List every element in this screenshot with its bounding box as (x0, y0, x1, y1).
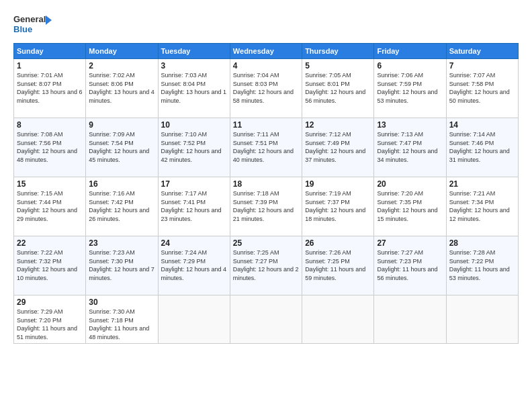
day-info: Sunrise: 7:28 AM Sunset: 7:22 PM Dayligh… (449, 248, 515, 282)
calendar-cell: 4 Sunrise: 7:04 AM Sunset: 8:03 PM Dayli… (230, 59, 302, 118)
calendar-cell: 17 Sunrise: 7:17 AM Sunset: 7:41 PM Dayl… (158, 177, 230, 236)
calendar-cell: 10 Sunrise: 7:10 AM Sunset: 7:52 PM Dayl… (158, 118, 230, 177)
calendar-header-row: Sunday Monday Tuesday Wednesday Thursday… (14, 44, 519, 59)
calendar-cell (374, 295, 446, 344)
col-wednesday: Wednesday (230, 44, 302, 59)
day-info: Sunrise: 7:01 AM Sunset: 8:07 PM Dayligh… (17, 71, 83, 105)
svg-marker-2 (46, 15, 52, 25)
day-number: 19 (305, 179, 371, 189)
day-info: Sunrise: 7:23 AM Sunset: 7:30 PM Dayligh… (89, 248, 154, 282)
day-number: 25 (233, 238, 299, 248)
day-number: 20 (377, 179, 443, 189)
day-info: Sunrise: 7:27 AM Sunset: 7:23 PM Dayligh… (377, 248, 443, 282)
day-number: 22 (17, 238, 83, 248)
calendar-cell: 15 Sunrise: 7:15 AM Sunset: 7:44 PM Dayl… (14, 177, 86, 236)
calendar-cell: 3 Sunrise: 7:03 AM Sunset: 8:04 PM Dayli… (158, 59, 230, 118)
day-number: 23 (89, 238, 154, 248)
calendar-cell: 27 Sunrise: 7:27 AM Sunset: 7:23 PM Dayl… (374, 236, 446, 295)
day-number: 4 (233, 61, 299, 71)
day-info: Sunrise: 7:17 AM Sunset: 7:41 PM Dayligh… (161, 189, 227, 223)
calendar-cell: 30 Sunrise: 7:30 AM Sunset: 7:18 PM Dayl… (86, 295, 158, 344)
day-info: Sunrise: 7:20 AM Sunset: 7:35 PM Dayligh… (377, 189, 443, 223)
calendar-cell: 28 Sunrise: 7:28 AM Sunset: 7:22 PM Dayl… (446, 236, 518, 295)
day-number: 27 (377, 238, 443, 248)
day-info: Sunrise: 7:22 AM Sunset: 7:32 PM Dayligh… (17, 248, 83, 282)
col-tuesday: Tuesday (158, 44, 230, 59)
day-number: 30 (89, 298, 154, 307)
day-info: Sunrise: 7:07 AM Sunset: 7:58 PM Dayligh… (449, 71, 515, 105)
day-number: 24 (161, 238, 227, 248)
day-number: 1 (17, 61, 83, 71)
day-number: 18 (233, 179, 299, 189)
calendar-cell: 1 Sunrise: 7:01 AM Sunset: 8:07 PM Dayli… (14, 59, 86, 118)
calendar-cell: 12 Sunrise: 7:12 AM Sunset: 7:49 PM Dayl… (302, 118, 374, 177)
day-info: Sunrise: 7:13 AM Sunset: 7:47 PM Dayligh… (377, 130, 443, 164)
day-number: 28 (449, 238, 515, 248)
day-info: Sunrise: 7:02 AM Sunset: 8:06 PM Dayligh… (89, 71, 154, 105)
day-info: Sunrise: 7:08 AM Sunset: 7:56 PM Dayligh… (17, 130, 83, 164)
logo-svg: General Blue (13, 12, 54, 36)
day-number: 11 (233, 120, 299, 130)
calendar-cell: 9 Sunrise: 7:09 AM Sunset: 7:54 PM Dayli… (86, 118, 158, 177)
calendar-table: Sunday Monday Tuesday Wednesday Thursday… (13, 43, 519, 344)
day-number: 8 (17, 120, 83, 130)
day-info: Sunrise: 7:18 AM Sunset: 7:39 PM Dayligh… (233, 189, 299, 223)
header: General Blue (13, 12, 519, 36)
day-number: 2 (89, 61, 154, 71)
col-saturday: Saturday (446, 44, 518, 59)
calendar-cell: 25 Sunrise: 7:25 AM Sunset: 7:27 PM Dayl… (230, 236, 302, 295)
col-friday: Friday (374, 44, 446, 59)
day-info: Sunrise: 7:15 AM Sunset: 7:44 PM Dayligh… (17, 189, 83, 223)
day-number: 6 (377, 61, 443, 71)
calendar-cell: 14 Sunrise: 7:14 AM Sunset: 7:46 PM Dayl… (446, 118, 518, 177)
day-info: Sunrise: 7:29 AM Sunset: 7:20 PM Dayligh… (17, 308, 83, 341)
day-number: 3 (161, 61, 227, 71)
calendar-cell: 24 Sunrise: 7:24 AM Sunset: 7:29 PM Dayl… (158, 236, 230, 295)
day-number: 13 (377, 120, 443, 130)
day-number: 5 (305, 61, 371, 71)
day-number: 12 (305, 120, 371, 130)
day-number: 26 (305, 238, 371, 248)
calendar-cell: 7 Sunrise: 7:07 AM Sunset: 7:58 PM Dayli… (446, 59, 518, 118)
day-info: Sunrise: 7:03 AM Sunset: 8:04 PM Dayligh… (161, 71, 227, 105)
calendar-cell: 13 Sunrise: 7:13 AM Sunset: 7:47 PM Dayl… (374, 118, 446, 177)
day-info: Sunrise: 7:26 AM Sunset: 7:25 PM Dayligh… (305, 248, 371, 282)
day-info: Sunrise: 7:25 AM Sunset: 7:27 PM Dayligh… (233, 248, 299, 282)
svg-text:General: General (13, 14, 46, 24)
calendar-cell: 8 Sunrise: 7:08 AM Sunset: 7:56 PM Dayli… (14, 118, 86, 177)
day-info: Sunrise: 7:05 AM Sunset: 8:01 PM Dayligh… (305, 71, 371, 105)
calendar-cell (230, 295, 302, 344)
day-info: Sunrise: 7:19 AM Sunset: 7:37 PM Dayligh… (305, 189, 371, 223)
calendar-cell: 2 Sunrise: 7:02 AM Sunset: 8:06 PM Dayli… (86, 59, 158, 118)
calendar-cell (158, 295, 230, 344)
day-number: 10 (161, 120, 227, 130)
day-info: Sunrise: 7:04 AM Sunset: 8:03 PM Dayligh… (233, 71, 299, 105)
page: General Blue Sunday Monday Tuesday Wedne… (0, 0, 532, 411)
calendar-cell: 21 Sunrise: 7:21 AM Sunset: 7:34 PM Dayl… (446, 177, 518, 236)
logo: General Blue (13, 12, 54, 36)
day-info: Sunrise: 7:24 AM Sunset: 7:29 PM Dayligh… (161, 248, 227, 282)
day-info: Sunrise: 7:12 AM Sunset: 7:49 PM Dayligh… (305, 130, 371, 164)
calendar-cell (446, 295, 518, 344)
calendar-cell: 26 Sunrise: 7:26 AM Sunset: 7:25 PM Dayl… (302, 236, 374, 295)
day-number: 9 (89, 120, 154, 130)
calendar-cell: 18 Sunrise: 7:18 AM Sunset: 7:39 PM Dayl… (230, 177, 302, 236)
day-number: 15 (17, 179, 83, 189)
calendar-cell: 20 Sunrise: 7:20 AM Sunset: 7:35 PM Dayl… (374, 177, 446, 236)
day-number: 16 (89, 179, 154, 189)
calendar-cell: 11 Sunrise: 7:11 AM Sunset: 7:51 PM Dayl… (230, 118, 302, 177)
col-monday: Monday (86, 44, 158, 59)
calendar-cell: 22 Sunrise: 7:22 AM Sunset: 7:32 PM Dayl… (14, 236, 86, 295)
day-info: Sunrise: 7:30 AM Sunset: 7:18 PM Dayligh… (89, 308, 154, 341)
day-number: 14 (449, 120, 515, 130)
day-number: 17 (161, 179, 227, 189)
calendar-cell: 16 Sunrise: 7:16 AM Sunset: 7:42 PM Dayl… (86, 177, 158, 236)
day-info: Sunrise: 7:16 AM Sunset: 7:42 PM Dayligh… (89, 189, 154, 223)
day-info: Sunrise: 7:06 AM Sunset: 7:59 PM Dayligh… (377, 71, 443, 105)
calendar-cell: 5 Sunrise: 7:05 AM Sunset: 8:01 PM Dayli… (302, 59, 374, 118)
day-info: Sunrise: 7:21 AM Sunset: 7:34 PM Dayligh… (449, 189, 515, 223)
col-thursday: Thursday (302, 44, 374, 59)
day-info: Sunrise: 7:11 AM Sunset: 7:51 PM Dayligh… (233, 130, 299, 164)
day-info: Sunrise: 7:09 AM Sunset: 7:54 PM Dayligh… (89, 130, 154, 164)
svg-text:Blue: Blue (13, 24, 32, 34)
